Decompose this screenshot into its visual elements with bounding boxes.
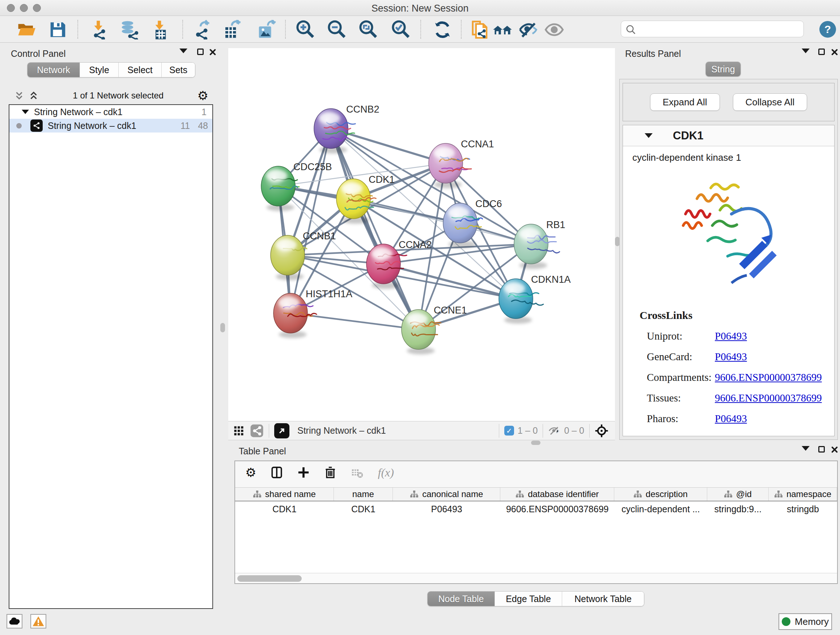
network-node-CCNB1[interactable]: CCNB1 xyxy=(271,231,336,280)
memory-button[interactable]: Memory xyxy=(778,613,832,630)
column-header-shared-name[interactable]: shared name xyxy=(235,488,334,501)
search-input[interactable] xyxy=(640,22,799,35)
selected-count-checkbox-icon[interactable]: ✓ xyxy=(504,426,514,435)
network-options-gear-icon[interactable]: ⚙ xyxy=(197,89,208,102)
crosslink-link[interactable]: 9606.ENSP00000378699 xyxy=(715,371,822,383)
save-session-icon[interactable] xyxy=(47,19,68,40)
section-collapse-icon[interactable] xyxy=(645,133,653,138)
table-cell[interactable]: 9606.ENSP00000378699 xyxy=(500,501,614,516)
table-cell[interactable]: P06493 xyxy=(393,501,501,516)
control-panel-collapse-icon[interactable] xyxy=(180,49,187,53)
column-header-namespace[interactable]: namespace xyxy=(769,488,837,501)
column-header-database-identifier[interactable]: database identifier xyxy=(500,488,614,501)
tab-select[interactable]: Select xyxy=(118,63,162,77)
table-cell[interactable]: CDK1 xyxy=(334,501,393,516)
expand-all-button[interactable]: Expand All xyxy=(650,93,720,111)
birdseye-view-icon[interactable] xyxy=(595,424,608,438)
column-header-name[interactable]: name xyxy=(334,488,393,501)
hide-selected-icon[interactable] xyxy=(518,19,539,40)
table-cell[interactable]: stringdb xyxy=(769,501,837,516)
grid-view-icon[interactable] xyxy=(233,425,244,436)
network-node-CCNA1[interactable]: CCNA1 xyxy=(429,139,494,188)
table-options-gear-icon[interactable]: ⚙ xyxy=(245,466,256,478)
function-builder-icon[interactable]: f(x) xyxy=(378,466,393,479)
tab-node-table[interactable]: Node Table xyxy=(428,592,495,606)
network-view-icon[interactable] xyxy=(250,424,264,438)
left-splitter-handle[interactable] xyxy=(220,323,225,333)
table-hscrollbar-thumb[interactable] xyxy=(237,575,302,582)
show-columns-icon[interactable] xyxy=(271,466,283,478)
collapse-all-icon[interactable] xyxy=(28,90,39,101)
tab-style[interactable]: Style xyxy=(80,63,118,77)
network-node-RB1[interactable]: RB1 xyxy=(514,219,565,269)
network-node-CDKN1A[interactable]: CDKN1A xyxy=(499,274,571,324)
collapse-all-button[interactable]: Collapse All xyxy=(733,93,807,111)
zoom-out-icon[interactable] xyxy=(326,19,347,40)
warning-status-button[interactable] xyxy=(30,614,46,629)
table-panel-close-icon[interactable] xyxy=(831,446,838,453)
zoom-in-icon[interactable] xyxy=(294,19,316,40)
table-hscrollbar[interactable] xyxy=(235,573,837,583)
copy-network-icon[interactable] xyxy=(470,19,491,40)
export-network-icon[interactable] xyxy=(192,19,213,40)
crosslink-link[interactable]: P06493 xyxy=(715,330,747,342)
network-row[interactable]: String Network – cdk1 11 48 xyxy=(9,119,212,133)
table-row[interactable]: CDK1CDK1P064939606.ENSP00000378699cyclin… xyxy=(235,501,837,516)
tab-string[interactable]: String xyxy=(706,62,741,76)
refresh-view-icon[interactable] xyxy=(432,19,453,40)
table-cell[interactable]: cyclin-dependent ... xyxy=(614,501,707,516)
results-panel-collapse-icon[interactable] xyxy=(802,49,810,53)
network-node-CCNB2[interactable]: CCNB2 xyxy=(314,104,379,154)
import-table-file-icon[interactable] xyxy=(150,19,171,40)
export-table-icon[interactable] xyxy=(221,19,242,40)
network-edge-CCNB2-CCNA1[interactable] xyxy=(331,128,446,163)
current-network-dot xyxy=(16,123,22,128)
node-details-header[interactable]: CDK1 xyxy=(623,125,834,146)
table-cell[interactable]: stringdb:9... xyxy=(707,501,769,516)
zoom-fit-icon[interactable] xyxy=(357,19,378,40)
tab-network-table[interactable]: Network Table xyxy=(562,592,644,606)
crosslink-row: Pharos:P06493 xyxy=(639,413,828,424)
show-all-icon[interactable] xyxy=(544,19,565,40)
network-view-toolbar: String Network – cdk1 ✓ 1 – 0 0 – 0 xyxy=(228,421,615,440)
network-node-HIST1H1A[interactable]: HIST1H1A xyxy=(273,288,352,338)
network-canvas[interactable]: CCNB2CCNA1CDC25BCDK1CDC6RB1CCNB1CCNA2CDK… xyxy=(228,48,615,421)
expand-all-icon[interactable] xyxy=(14,90,25,101)
import-network-file-icon[interactable] xyxy=(88,19,110,40)
crosslink-link[interactable]: P06493 xyxy=(715,351,747,363)
search-icon xyxy=(625,24,636,35)
collection-expand-icon[interactable] xyxy=(22,110,29,114)
table-cell[interactable]: CDK1 xyxy=(235,501,334,516)
home-neighbors-icon[interactable] xyxy=(492,19,513,40)
add-column-icon[interactable] xyxy=(297,466,309,478)
crosslink-link[interactable]: 9606.ENSP00000378699 xyxy=(715,392,822,404)
results-panel-close-icon[interactable] xyxy=(831,49,838,56)
delete-table-icon[interactable] xyxy=(351,466,363,478)
zoom-selected-icon[interactable] xyxy=(390,19,411,40)
export-image-icon[interactable] xyxy=(256,19,277,40)
cloud-status-button[interactable] xyxy=(6,614,22,629)
delete-column-icon[interactable] xyxy=(324,466,336,478)
help-icon[interactable]: ? xyxy=(819,21,836,38)
network-node-CDC25B[interactable]: CDC25B xyxy=(261,162,332,211)
tab-network[interactable]: Network xyxy=(27,63,80,77)
control-panel-close-icon[interactable] xyxy=(209,49,216,56)
hidden-count-eye-icon[interactable] xyxy=(548,425,561,436)
network-collection-row[interactable]: String Network – cdk1 1 xyxy=(9,105,212,119)
table-panel-float-icon[interactable] xyxy=(818,446,825,453)
detach-view-icon[interactable] xyxy=(274,423,289,439)
control-panel-float-icon[interactable] xyxy=(197,49,204,55)
table-panel-collapse-icon[interactable] xyxy=(802,446,810,451)
column-header-canonical-name[interactable]: canonical name xyxy=(393,488,501,501)
tab-edge-table[interactable]: Edge Table xyxy=(495,592,562,606)
network-node-CCNE1[interactable]: CCNE1 xyxy=(401,305,467,355)
node-label-CCNA2: CCNA2 xyxy=(399,239,432,250)
network-edge-CDK1-RB1[interactable] xyxy=(354,199,531,244)
open-session-icon[interactable] xyxy=(16,19,37,40)
crosslink-link[interactable]: P06493 xyxy=(715,413,747,424)
tab-sets[interactable]: Sets xyxy=(162,63,195,77)
column-header-@id[interactable]: @id xyxy=(707,488,769,501)
column-header-description[interactable]: description xyxy=(614,488,707,501)
import-network-database-icon[interactable] xyxy=(118,19,140,40)
results-panel-float-icon[interactable] xyxy=(818,49,825,55)
